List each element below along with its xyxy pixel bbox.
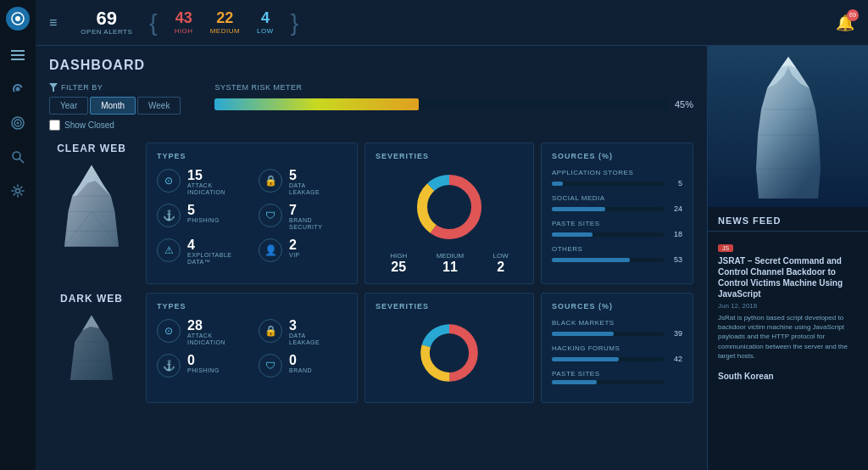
settings-icon[interactable] [8,182,27,200]
dark-type-attack: ⊙ 28ATTACKINDICATION [157,319,245,347]
filter-section: FILTER BY Year Month Week Show Closed SY… [49,83,693,131]
notification-bell[interactable]: 🔔 69 [836,14,854,32]
open-alerts-count: 69 OPEN ALERTS [81,9,132,36]
news-item-1: South Korean [718,371,858,382]
clear-web-severities-card: SEVERITIES [364,143,534,284]
medium-alerts: 22 MEDIUM [210,10,240,35]
severity-labels: HIGH 25 MEDIUM 11 LOW 2 [376,252,523,275]
data-leakage-icon: 🔒 [259,169,282,193]
svg-marker-12 [49,83,58,92]
clear-web-label: CLEAR WEB [49,143,134,154]
dark-phishing-icon: ⚓ [157,354,181,378]
news-body-0: JsRat is python based script developed t… [718,313,858,361]
dark-source-hacking-forums: HACKING FORUMS 42 [552,344,682,363]
severities-donut [376,169,523,245]
main-content: ≡ 69 OPEN ALERTS { 43 HIGH 22 MEDIUM 4 L… [36,0,868,470]
dark-web-types-card: TYPES ⊙ 28ATTACKINDICATION 🔒 3DATALEAKAG… [146,293,358,403]
svg-point-5 [16,87,20,92]
dark-attack-icon: ⊙ [157,319,181,343]
svg-rect-4 [11,59,25,60]
dark-web-cards: TYPES ⊙ 28ATTACKINDICATION 🔒 3DATALEAKAG… [146,293,693,403]
page-title: DASHBOARD [49,58,693,73]
low-alerts: 4 LOW [257,10,274,35]
dark-web-sections: DARK WEB [49,293,693,403]
sidebar-logo[interactable] [6,7,30,31]
type-item-phishing: ⚓ 5PHISHING [157,204,245,232]
svg-line-10 [19,159,24,163]
risk-meter-section: SYSTEM RISK METER 45% [214,83,693,110]
right-panel-iceberg [708,46,868,207]
risk-meter-percent: 45% [675,99,693,109]
brand-icon: 🛡 [259,204,282,227]
divider-right: } [291,11,298,35]
types-card-title: TYPES [157,152,347,160]
dark-web-severities-card: SEVERITIES [364,293,534,403]
risk-meter-fill [214,98,419,110]
content-area: DASHBOARD FILTER BY Year Month Week [36,46,868,470]
topbar-menu-icon[interactable]: ≡ [49,15,57,31]
dark-data-icon: 🔒 [259,319,282,343]
exploitable-icon: ⚠ [157,238,181,262]
svg-point-11 [16,189,20,193]
sources-card-title: SOURCES (%) [552,152,682,160]
news-items-list: JS JSRAT – Secret Command and Control Ch… [708,232,868,470]
risk-meter-label: SYSTEM RISK METER [214,83,693,92]
dark-brand-icon: 🛡 [259,354,282,378]
dark-web-row: TYPES ⊙ 28ATTACKINDICATION 🔒 3DATALEAKAG… [146,293,693,403]
risk-meter-bar [214,98,668,110]
news-feed-label: NEWS FEED [708,207,868,232]
divider-left: { [149,11,157,35]
show-closed-toggle[interactable]: Show Closed [49,120,181,131]
clear-web-cards: TYPES ⊙ 15ATTACKINDICATION 🔒 5DATALEAKAG… [146,143,693,284]
notification-badge: 69 [847,9,859,21]
show-closed-checkbox[interactable] [49,120,60,131]
dark-web-iceberg [49,311,134,388]
svg-point-8 [17,122,19,125]
svg-rect-2 [11,50,25,52]
target-icon[interactable] [8,114,27,132]
dark-type-grid: ⊙ 28ATTACKINDICATION 🔒 3DATALEAKAGE ⚓ 0P… [157,319,347,378]
svg-rect-3 [11,54,25,56]
menu-icon[interactable] [8,46,27,64]
clear-web-types-card: TYPES ⊙ 15ATTACKINDICATION 🔒 5DATALEAKAG… [146,143,358,284]
news-item-0: JS JSRAT – Secret Command and Control Ch… [718,238,858,361]
high-alerts: 43 HIGH [175,10,193,35]
clear-web-sources-card: SOURCES (%) APPLICATION STORES 5 SOCIAL … [541,143,693,284]
dark-type-brand: 🛡 0BRAND [259,354,347,378]
svg-point-1 [15,16,20,21]
topbar: ≡ 69 OPEN ALERTS { 43 HIGH 22 MEDIUM 4 L… [36,0,868,46]
vip-icon: 👤 [259,238,282,262]
attack-icon: ⊙ [157,169,181,193]
dark-severities-title: SEVERITIES [376,302,523,311]
biohazard-icon[interactable] [8,80,27,98]
sources-list: APPLICATION STORES 5 SOCIAL MEDIA 24 PAS… [552,169,682,264]
search-icon[interactable] [8,148,27,166]
filter-week-button[interactable]: Week [137,97,181,115]
dark-types-title: TYPES [157,302,347,311]
dark-type-phishing: ⚓ 0PHISHING [157,354,245,378]
dashboard-panel: DASHBOARD FILTER BY Year Month Week [36,46,707,470]
source-others: OTHERS 53 [552,245,682,264]
web-sections: CLEAR WEB [49,143,693,284]
sidebar [0,0,36,470]
type-grid: ⊙ 15ATTACKINDICATION 🔒 5DATALEAKAGE ⚓ 5P… [157,169,347,266]
type-item-exploitable: ⚠ 4EXPLOITABLEDATA™ [157,238,245,266]
type-item-data-leakage: 🔒 5DATALEAKAGE [259,169,347,197]
news-title-1[interactable]: South Korean [718,371,858,382]
news-tag-0: JS [718,244,733,252]
dark-source-black-markets: BLACK MARKETS 39 [552,319,682,338]
filter-controls: FILTER BY Year Month Week Show Closed [49,83,181,131]
news-title-0[interactable]: JSRAT – Secret Command and Control Chann… [718,255,858,299]
sev-medium: MEDIUM 11 [437,252,464,275]
svg-marker-32 [756,57,821,199]
dark-web-iceberg-section: DARK WEB [49,293,134,403]
sev-low: LOW 2 [493,252,509,275]
right-panel: NEWS FEED JS JSRAT – Secret Command and … [707,46,868,470]
filter-month-button[interactable]: Month [90,97,136,115]
dark-type-data-leakage: 🔒 3DATALEAKAGE [259,319,347,347]
dark-sources-list: BLACK MARKETS 39 HACKING FORUMS 42 PASTE… [552,319,682,384]
clear-web-row: TYPES ⊙ 15ATTACKINDICATION 🔒 5DATALEAKAG… [146,143,693,284]
filter-year-button[interactable]: Year [49,97,88,115]
dark-web-sources-card: SOURCES (%) BLACK MARKETS 39 HACKING FOR… [541,293,693,403]
filter-buttons: Year Month Week [49,97,181,115]
